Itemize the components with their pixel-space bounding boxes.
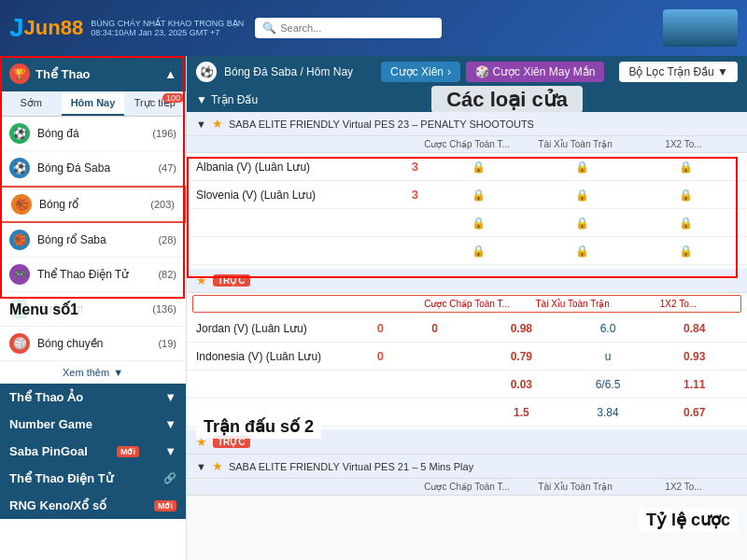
col-chap-3: Cược Chấp Toàn T... bbox=[413, 482, 521, 492]
table-row: Albania (V) (Luân Lưu) 3 🔒 🔒 🔒 bbox=[187, 153, 747, 181]
group3-col-headers: Cược Chấp Toàn T... Tài Xỉu Toàn Trận 1X… bbox=[187, 479, 747, 496]
star-icon-1[interactable]: ★ bbox=[212, 117, 223, 131]
sidebar-item-bongchuyen-count: (19) bbox=[158, 338, 176, 349]
odds-under[interactable]: 6.0 bbox=[565, 322, 652, 335]
tab-tructiep[interactable]: Trực tiếp 100 bbox=[124, 91, 186, 116]
sidebar-item-bongda[interactable]: ⚽ Bóng đá (196) bbox=[0, 117, 186, 151]
chevron-up-icon: ▲ bbox=[164, 67, 176, 81]
logo-j: J bbox=[9, 13, 24, 43]
sidebar-item-bongro[interactable]: 🏀 Bóng rổ (203) bbox=[0, 186, 186, 223]
odds-1x2[interactable]: 0.67 bbox=[651, 406, 738, 419]
match-col-1[interactable]: 🔒 bbox=[426, 161, 529, 174]
match-score: 3 bbox=[403, 188, 426, 202]
star-icon-3b[interactable]: ★ bbox=[212, 459, 223, 473]
sidebar: 🏆 Thể Thao ▲ Sớm Hôm Nay Trực tiếp 100 bbox=[0, 56, 187, 560]
star-icon-3[interactable]: ★ bbox=[196, 435, 207, 449]
match-col-1[interactable]: 🔒 bbox=[426, 189, 529, 202]
soccer-saba-icon: ⚽ bbox=[9, 158, 30, 178]
match-col-1[interactable]: 🔒 bbox=[426, 245, 529, 258]
cac-loai-cua-title: Các loại cửa bbox=[431, 86, 583, 113]
group3-title: SABA ELITE FRIENDLY Virtual PES 21 – 5 M… bbox=[229, 461, 473, 472]
cuoc-xien-button[interactable]: Cược Xiên › bbox=[381, 62, 460, 82]
external-link-icon: 🔗 bbox=[163, 472, 176, 484]
topbar: ⚽ Bóng Đá Saba / Hôm Nay Cược Xiên › 🎲 C… bbox=[187, 56, 747, 88]
collapse-group1-icon[interactable]: ▼ bbox=[196, 119, 206, 130]
see-more-button[interactable]: Xem thêm ▼ bbox=[0, 361, 186, 384]
sidebar-numbergame[interactable]: Number Game ▼ bbox=[0, 411, 186, 438]
search-input[interactable] bbox=[280, 22, 411, 34]
col-chap-2: Cược Chấp Toàn T... bbox=[414, 299, 519, 309]
team-name: Albania (V) (Luân Lưu) bbox=[196, 161, 403, 174]
search-bar[interactable]: 🔍 bbox=[255, 18, 442, 38]
new-badge-sabapingoal: Mới bbox=[117, 446, 139, 457]
sidebar-item-bongchuyen[interactable]: 🏐 Bóng chuyền (19) bbox=[0, 327, 186, 361]
match-col-3[interactable]: 🔒 bbox=[634, 161, 738, 174]
odds-under[interactable]: u bbox=[565, 350, 652, 363]
odds-under[interactable]: 6/6.5 bbox=[565, 378, 652, 391]
match-score: 0 bbox=[369, 321, 391, 335]
live-badge-3: TRỰC bbox=[213, 436, 250, 448]
sidebar-item-bongrosaba-label: Bóng rổ Saba bbox=[37, 233, 158, 246]
sidebar-section-thethao[interactable]: 🏆 Thể Thao ▲ bbox=[0, 56, 186, 91]
team-name: Indonesia (V) (Luân Lưu) bbox=[196, 350, 369, 363]
soccer-icon: ⚽ bbox=[9, 123, 30, 144]
tran-dau-tab[interactable]: ▼ Trận Đấu bbox=[187, 88, 267, 112]
lock-icon: 🔒 bbox=[472, 189, 486, 202]
collapse-icon[interactable]: ▼ bbox=[196, 461, 206, 472]
match-col-1[interactable]: 🔒 bbox=[426, 217, 529, 230]
chevron-down-icon: ▼ bbox=[113, 367, 123, 378]
sidebar-item-dienthu[interactable]: 🎮 Thể Thao Điện Tử (82) bbox=[0, 258, 186, 292]
logo: J Jun88 bbox=[9, 13, 83, 43]
match-score: 0 bbox=[369, 349, 391, 363]
new-badge-rng: Mới bbox=[154, 500, 176, 511]
sidebar-thedientu[interactable]: Thể Thao Điện Tử 🔗 bbox=[0, 465, 186, 492]
col-1x2-2: 1X2 To... bbox=[626, 299, 731, 309]
sidebar-sabapingoal[interactable]: Saba PinGoal Mới ▼ bbox=[0, 438, 186, 465]
odds-taixin[interactable]: 1.5 bbox=[478, 406, 565, 419]
sidebar-item-dienthu-count: (82) bbox=[158, 269, 176, 280]
sidebar-tabs: Sớm Hôm Nay Trực tiếp 100 bbox=[0, 91, 186, 117]
sidebar-item-bongro-count: (203) bbox=[150, 199, 175, 210]
lock-icon: 🔒 bbox=[575, 245, 589, 258]
match-col-2[interactable]: 🔒 bbox=[530, 217, 634, 230]
match-col-2[interactable]: 🔒 bbox=[530, 189, 634, 202]
sidebar-item-bongrosaba-count: (28) bbox=[158, 234, 176, 245]
match-col-2[interactable]: 🔒 bbox=[530, 245, 634, 258]
lucky-label: 🎲 Cược Xiên May Mắn bbox=[475, 65, 595, 78]
star-icon-2[interactable]: ★ bbox=[196, 273, 207, 287]
header: J Jun88 BÙNG CHÁY NHẤT KHAO TRONG BẠN 08… bbox=[0, 0, 747, 56]
tab-homnay[interactable]: Hôm Nay bbox=[62, 91, 123, 116]
sidebar-item-dienthu-label: Thể Thao Điện Tử bbox=[37, 268, 158, 281]
odds-1x2[interactable]: 0.84 bbox=[651, 322, 738, 335]
filter-button[interactable]: Bộ Lọc Trận Đầu ▼ bbox=[619, 62, 738, 82]
match-group-1-header: ▼ ★ SABA ELITE FRIENDLY Virtual PES 23 –… bbox=[187, 112, 747, 136]
lock-icon: 🔒 bbox=[679, 245, 693, 258]
sidebar-item-bongda-label: Bóng đá bbox=[37, 127, 152, 140]
match-col-3[interactable]: 🔒 bbox=[634, 189, 738, 202]
cuoc-xien-lucky-button[interactable]: 🎲 Cược Xiên May Mắn bbox=[466, 62, 604, 82]
odds-taixin[interactable]: 0.98 bbox=[478, 322, 565, 335]
sport-logo-icon: ⚽ bbox=[196, 62, 217, 82]
tagline: BÙNG CHÁY NHẤT KHAO TRONG BẠN bbox=[91, 19, 244, 28]
matches-area: ▼ ★ SABA ELITE FRIENDLY Virtual PES 23 –… bbox=[187, 112, 747, 560]
sidebar-item-bongrosaba[interactable]: 🏀 Bóng rổ Saba (28) bbox=[0, 223, 186, 258]
odds-1x2[interactable]: 1.11 bbox=[651, 378, 738, 391]
lock-icon: 🔒 bbox=[679, 189, 693, 202]
sidebar-item-bongda-count: (196) bbox=[152, 128, 176, 139]
match-col-3[interactable]: 🔒 bbox=[634, 245, 738, 258]
sidebar-thethao-ao[interactable]: Thể Thao Ảo ▼ bbox=[0, 384, 186, 411]
tab-som[interactable]: Sớm bbox=[0, 91, 62, 116]
match-col-2[interactable]: 🔒 bbox=[530, 161, 634, 174]
table-row: Jordan (V) (Luân Lưu) 0 0 0.98 6.0 0.84 bbox=[187, 315, 747, 343]
chevron-right-icon: ▼ bbox=[164, 390, 176, 404]
odds-under[interactable]: 3.84 bbox=[565, 406, 652, 419]
match-col-3[interactable]: 🔒 bbox=[634, 217, 738, 230]
odds-chap[interactable]: 0 bbox=[391, 322, 478, 335]
odds-1x2[interactable]: 0.93 bbox=[651, 350, 738, 363]
sidebar-item-quanvot[interactable]: 🎾 Quần vợt (136) bbox=[0, 292, 186, 327]
esports-icon: 🎮 bbox=[9, 264, 30, 285]
odds-taixin[interactable]: 0.03 bbox=[478, 378, 565, 391]
odds-taixin[interactable]: 0.79 bbox=[478, 350, 565, 363]
sidebar-item-bongdasaba[interactable]: ⚽ Bóng Đá Saba (47) bbox=[0, 151, 186, 186]
sidebar-rngkeno[interactable]: RNG Keno/Xổ số Mới bbox=[0, 492, 186, 519]
